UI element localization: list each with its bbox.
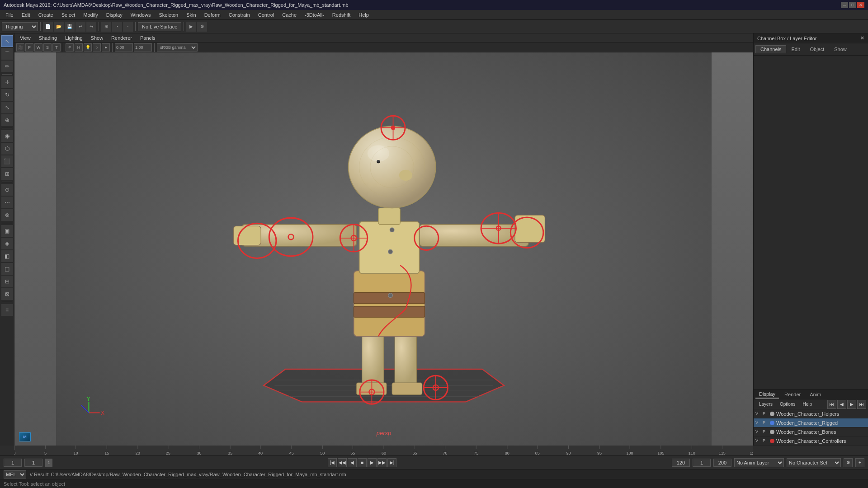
tab-show[interactable]: Show [829, 45, 852, 53]
bind-tool[interactable]: ⊗ [1, 209, 13, 221]
render-btn[interactable]: ▶ [186, 22, 196, 32]
tab-edit[interactable]: Edit [786, 45, 805, 53]
menu-create[interactable]: Create [35, 11, 57, 19]
current-frame-input[interactable]: 1 [4, 459, 22, 467]
layer-v-rigged[interactable]: V [755, 420, 761, 426]
joint-tool[interactable]: ⊙ [1, 184, 13, 196]
layer-p-rigged[interactable]: P [763, 420, 768, 426]
vp-ao[interactable]: ● [102, 43, 110, 52]
layers-nav-next-next[interactable]: ⏭ [857, 400, 866, 409]
vp-tex[interactable]: T [52, 43, 61, 52]
layers-menu-layers[interactable]: Layers [755, 401, 776, 408]
vp-grid[interactable]: # [66, 43, 74, 52]
tool-f[interactable]: ⊠ [1, 288, 13, 300]
layers-menu-options[interactable]: Options [776, 401, 799, 408]
new-btn[interactable]: 📄 [43, 22, 53, 32]
menu-modify[interactable]: Modify [80, 11, 101, 19]
menu-select[interactable]: Select [58, 11, 79, 19]
ik-tool[interactable]: ⋯ [1, 197, 13, 208]
vp-shadows[interactable]: ○ [93, 43, 101, 52]
minimize-button[interactable]: ─ [841, 2, 848, 8]
settings-btn[interactable]: ⚙ [197, 22, 207, 32]
script-mode-dropdown[interactable]: MEL Python [4, 470, 26, 479]
move-tool[interactable]: ✛ [1, 76, 13, 88]
vp-menu-view[interactable]: View [16, 34, 34, 42]
layers-nav-prev[interactable]: ◀ [837, 400, 846, 409]
layer-v-helpers[interactable]: V [755, 411, 761, 417]
char-set-settings[interactable]: ⚙ [844, 458, 853, 467]
rotate-tool[interactable]: ↻ [1, 89, 13, 101]
open-btn[interactable]: 📂 [54, 22, 64, 32]
layer-p-bones[interactable]: P [763, 429, 768, 435]
layers-nav-next[interactable]: ▶ [847, 400, 856, 409]
vp-menu-lighting[interactable]: Lighting [61, 34, 86, 42]
viewport-canvas[interactable]: X Y persp M [14, 52, 753, 446]
range-start-input[interactable]: 1 [693, 459, 711, 467]
snap-point[interactable]: · [123, 22, 133, 32]
soft-select[interactable]: ◉ [1, 130, 13, 142]
menu-skeleton[interactable]: Skeleton [155, 11, 182, 19]
lasso-tool[interactable]: ⌒ [1, 48, 13, 60]
tool-a[interactable]: ▣ [1, 225, 13, 237]
vp-value2[interactable]: 1.00 [134, 43, 152, 52]
tool-g[interactable]: ≡ [1, 304, 13, 316]
panel-close-icon[interactable]: ✕ [860, 35, 864, 41]
cube-select[interactable]: ⬛ [1, 155, 13, 167]
anim-layer-dropdown[interactable]: No Anim Layer [734, 458, 784, 467]
select-tool[interactable]: ↖ [1, 35, 13, 47]
vp-hud[interactable]: H [75, 43, 83, 52]
step-fwd-btn[interactable]: ▶▶ [377, 458, 387, 467]
tool-c[interactable]: ◧ [1, 250, 13, 262]
menu-constrain[interactable]: Constrain [225, 11, 254, 19]
menu-help[interactable]: Help [355, 11, 373, 19]
scale-tool[interactable]: ⤡ [1, 102, 13, 113]
maximize-button[interactable]: □ [849, 2, 856, 8]
snap-curve[interactable]: ~ [112, 22, 122, 32]
menu-cache[interactable]: Cache [278, 11, 300, 19]
tool-b[interactable]: ◈ [1, 238, 13, 249]
colorspace-dropdown[interactable]: sRGB gamma [157, 43, 198, 52]
vp-cam-btn[interactable]: 🎥 [16, 43, 24, 52]
vp-menu-panels[interactable]: Panels [137, 34, 159, 42]
tab-object[interactable]: Object [805, 45, 829, 53]
vp-lights[interactable]: 💡 [84, 43, 92, 52]
vp-menu-show[interactable]: Show [87, 34, 107, 42]
menu-skin[interactable]: Skin [183, 11, 199, 19]
char-set-add[interactable]: + [855, 458, 864, 467]
menu-redshift[interactable]: Redshift [329, 11, 354, 19]
close-button[interactable]: ✕ [857, 2, 864, 8]
timeline-ruler[interactable]: 0 5 10 15 20 25 30 35 40 [14, 446, 753, 455]
layer-row-controllers[interactable]: V P Wooden_Character_Controllers [754, 436, 868, 446]
layer-tab-anim[interactable]: Anim [806, 391, 825, 398]
layer-tab-render[interactable]: Render [781, 391, 804, 398]
tool-e[interactable]: ⊟ [1, 276, 13, 287]
layers-nav-prev-prev[interactable]: ⏮ [827, 400, 836, 409]
start-frame-input[interactable]: 1 [24, 459, 42, 467]
menu-3dtoall[interactable]: -3DtoAll- [301, 11, 328, 19]
menu-windows[interactable]: Windows [127, 11, 155, 19]
layer-row-bones[interactable]: V P Wooden_Character_Bones [754, 427, 868, 436]
layer-row-rigged[interactable]: V P Wooden_Character_Rigged [754, 418, 868, 427]
vp-value1[interactable]: 0.00 [115, 43, 133, 52]
layer-tab-display[interactable]: Display [755, 390, 779, 399]
stop-btn[interactable]: ■ [358, 458, 367, 467]
tool-d[interactable]: ◫ [1, 263, 13, 275]
menu-edit[interactable]: Edit [18, 11, 34, 19]
menu-file[interactable]: File [2, 11, 17, 19]
undo-btn[interactable]: ↩ [75, 22, 85, 32]
range-end-input[interactable]: 200 [713, 459, 731, 467]
live-surface-btn[interactable]: No Live Surface [138, 22, 181, 31]
vp-wire[interactable]: W [34, 43, 42, 52]
layer-v-controllers[interactable]: V [755, 438, 761, 444]
menu-deform[interactable]: Deform [201, 11, 224, 19]
character-set-dropdown[interactable]: No Character Set [787, 458, 841, 467]
menu-display[interactable]: Display [103, 11, 126, 19]
layer-row-helpers[interactable]: V P Wooden_Character_Helpers [754, 409, 868, 418]
play-fwd-btn[interactable]: ▶ [368, 458, 377, 467]
go-end-btn[interactable]: ▶| [387, 458, 396, 467]
mode-dropdown[interactable]: Rigging [2, 22, 38, 31]
tab-channels[interactable]: Channels [755, 45, 786, 53]
go-start-btn[interactable]: |◀ [328, 458, 337, 467]
vp-persp[interactable]: P [25, 43, 33, 52]
end-frame-input[interactable]: 120 [672, 459, 690, 467]
